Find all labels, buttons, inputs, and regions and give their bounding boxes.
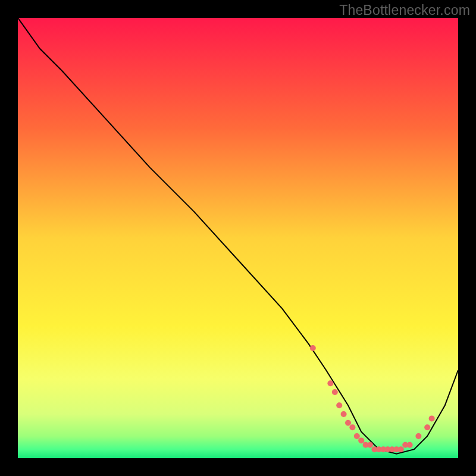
marker-dot	[354, 433, 360, 439]
gradient-rect	[18, 18, 458, 458]
marker-dot	[332, 389, 338, 395]
marker-dot	[358, 437, 364, 443]
marker-dot	[367, 442, 373, 448]
watermark-text: TheBottlenecker.com	[339, 2, 470, 18]
marker-dot	[336, 402, 342, 408]
marker-dot	[310, 345, 316, 351]
marker-dot	[407, 442, 413, 448]
marker-dot	[327, 380, 333, 386]
marker-dot	[424, 424, 430, 430]
plot-svg	[18, 18, 458, 458]
marker-dot	[341, 411, 347, 417]
marker-dot	[349, 424, 355, 430]
chart-stage: TheBottlenecker.com	[0, 0, 476, 476]
plot-box	[18, 18, 458, 458]
marker-dot	[345, 420, 351, 426]
marker-dot	[415, 433, 421, 439]
marker-dot	[429, 415, 435, 421]
marker-dot	[398, 446, 404, 452]
